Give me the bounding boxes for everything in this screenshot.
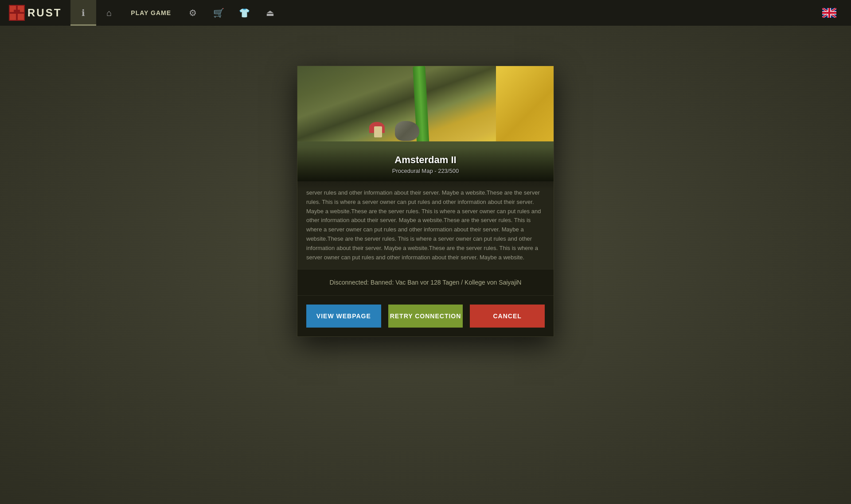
modal-buttons: VIEW WEBPAGE Retry Connection Cancel [297, 296, 554, 336]
nav-info[interactable]: ℹ [70, 0, 96, 26]
server-subtitle: Procedural Map - 223/500 [304, 168, 547, 174]
nav-items: ℹ ⌂ PLAY GAME ⚙ 🛒 👕 ⏏ [70, 0, 283, 26]
retry-connection-button[interactable]: Retry Connection [388, 305, 463, 328]
nav-cart[interactable]: 🛒 [206, 0, 231, 26]
server-name: Amsterdam II [304, 154, 547, 166]
nav-settings[interactable]: ⚙ [180, 0, 206, 26]
server-description-area: server rules and other information about… [297, 181, 554, 269]
nav-home[interactable]: ⌂ [96, 0, 122, 26]
language-selector[interactable] [816, 0, 842, 26]
nav-shirt[interactable]: 👕 [231, 0, 257, 26]
svg-rect-4 [10, 14, 16, 20]
shirt-icon: 👕 [239, 8, 250, 18]
server-modal: Amsterdam II Procedural Map - 223/500 se… [297, 66, 554, 337]
navbar: RUST ℹ ⌂ PLAY GAME ⚙ 🛒 👕 ⏏ [0, 0, 851, 26]
cart-icon: 🛒 [213, 8, 224, 18]
disconnect-message-area: Disconnected: Banned: Vac Ban vor 128 Ta… [297, 269, 554, 296]
logo-icon [9, 5, 25, 21]
logo-text: RUST [27, 7, 62, 19]
nav-play-game[interactable]: PLAY GAME [122, 0, 180, 26]
svg-rect-5 [18, 14, 24, 20]
settings-icon: ⚙ [189, 8, 197, 18]
logo[interactable]: RUST [9, 5, 62, 21]
info-icon: ℹ [82, 8, 85, 18]
uk-flag-icon [822, 8, 836, 18]
server-description-text: server rules and other information about… [306, 188, 545, 262]
cancel-button[interactable]: Cancel [470, 305, 545, 328]
view-webpage-button[interactable]: VIEW WEBPAGE [306, 305, 381, 328]
disconnect-message-text: Disconnected: Banned: Vac Ban vor 128 Ta… [330, 279, 522, 286]
main-content: Amsterdam II Procedural Map - 223/500 se… [0, 26, 851, 504]
exit-icon: ⏏ [266, 8, 274, 18]
server-image: Amsterdam II Procedural Map - 223/500 [297, 66, 554, 181]
home-icon: ⌂ [106, 8, 112, 18]
server-info: Amsterdam II Procedural Map - 223/500 [297, 147, 554, 181]
nav-exit[interactable]: ⏏ [257, 0, 283, 26]
